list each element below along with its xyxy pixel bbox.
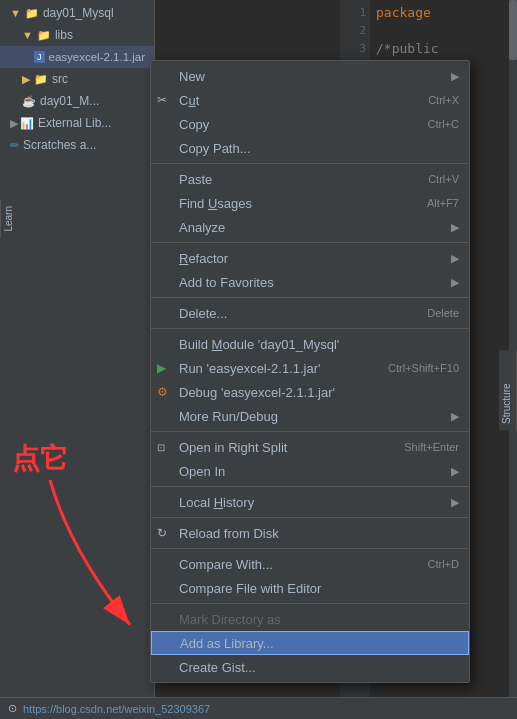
menu-label-copy: Copy	[179, 117, 408, 132]
tree-item-label: easyexcel-2.1.1.jar	[49, 51, 146, 63]
folder-icon: 📁	[25, 7, 39, 20]
tree-item-libs[interactable]: ▼ 📁 libs	[0, 24, 154, 46]
chevron-right-icon: ▶	[10, 117, 18, 130]
separator-8	[151, 548, 469, 549]
menu-shortcut-open-right-split: Shift+Enter	[404, 441, 459, 453]
menu-item-open-in[interactable]: Open In ▶	[151, 459, 469, 483]
line-num-3: 3	[340, 40, 370, 58]
submenu-arrow-favorites: ▶	[451, 276, 459, 289]
menu-label-new: New	[179, 69, 451, 84]
menu-shortcut-cut: Ctrl+X	[428, 94, 459, 106]
submenu-arrow-local-history: ▶	[451, 496, 459, 509]
menu-label-copy-path: Copy Path...	[179, 141, 459, 156]
separator-9	[151, 603, 469, 604]
code-comment: /*public	[376, 41, 439, 56]
menu-label-run: Run 'easyexcel-2.1.1.jar'	[179, 361, 368, 376]
jar-icon: J	[34, 51, 45, 63]
menu-item-compare-editor[interactable]: Compare File with Editor	[151, 576, 469, 600]
menu-label-analyze: Analyze	[179, 220, 451, 235]
separator-7	[151, 517, 469, 518]
tree-item-label: src	[52, 72, 68, 86]
line-num-1: 1	[340, 4, 370, 22]
menu-item-debug[interactable]: ⚙ Debug 'easyexcel-2.1.1.jar'	[151, 380, 469, 404]
menu-item-compare-with[interactable]: Compare With... Ctrl+D	[151, 552, 469, 576]
menu-label-open-in: Open In	[179, 464, 451, 479]
submenu-arrow-refactor: ▶	[451, 252, 459, 265]
menu-item-copy[interactable]: Copy Ctrl+C	[151, 112, 469, 136]
menu-item-local-history[interactable]: Local History ▶	[151, 490, 469, 514]
menu-item-delete[interactable]: Delete... Delete	[151, 301, 469, 325]
menu-label-create-gist: Create Gist...	[179, 660, 459, 675]
menu-shortcut-compare-with: Ctrl+D	[428, 558, 459, 570]
tree-item-src[interactable]: ▶ 📁 src	[0, 68, 154, 90]
menu-item-mark-directory[interactable]: Mark Directory as	[151, 607, 469, 631]
tree-item-easyexcel-jar[interactable]: J easyexcel-2.1.1.jar	[0, 46, 154, 68]
external-lib-icon: 📊	[20, 117, 34, 130]
scratches-icon: ✏	[10, 139, 19, 152]
menu-label-paste: Paste	[179, 172, 408, 187]
menu-item-reload[interactable]: ↻ Reload from Disk	[151, 521, 469, 545]
tree-item-external-lib[interactable]: ▶ 📊 External Lib...	[0, 112, 154, 134]
sidebar-tab-structure[interactable]: Structure	[499, 350, 517, 430]
context-menu: New ▶ ✂ Cut Ctrl+X Copy Ctrl+C Copy Path…	[150, 60, 470, 683]
menu-item-copy-path[interactable]: Copy Path...	[151, 136, 469, 160]
menu-label-find-usages: Find Usages	[179, 196, 407, 211]
cut-icon: ✂	[157, 93, 167, 107]
separator-4	[151, 328, 469, 329]
menu-label-add-to-favorites: Add to Favorites	[179, 275, 451, 290]
menu-label-build-module: Build Module 'day01_Mysql'	[179, 337, 459, 352]
github-icon: ⊙	[8, 702, 17, 715]
menu-label-mark-directory: Mark Directory as	[179, 612, 459, 627]
menu-shortcut-find-usages: Alt+F7	[427, 197, 459, 209]
separator-2	[151, 242, 469, 243]
learn-tab-label: Learn	[3, 206, 14, 232]
menu-item-paste[interactable]: Paste Ctrl+V	[151, 167, 469, 191]
scrollbar-thumb[interactable]	[509, 0, 517, 60]
tree-item-label: day01_Mysql	[43, 6, 114, 20]
bottom-bar: ⊙ https://blog.csdn.net/weixin_52309367	[0, 697, 517, 719]
menu-item-cut[interactable]: ✂ Cut Ctrl+X	[151, 88, 469, 112]
tree-item-day01mysql[interactable]: ▼ 📁 day01_Mysql	[0, 2, 154, 24]
code-line-3: /*public	[376, 40, 517, 58]
tree-item-label: Scratches a...	[23, 138, 96, 152]
menu-label-cut: Cut	[179, 93, 408, 108]
annotation-arrow	[30, 470, 160, 640]
sidebar-tab-learn[interactable]: Learn	[0, 200, 18, 238]
menu-item-more-run[interactable]: More Run/Debug ▶	[151, 404, 469, 428]
menu-shortcut-delete: Delete	[427, 307, 459, 319]
menu-item-add-library[interactable]: Add as Library...	[151, 631, 469, 655]
menu-item-open-right-split[interactable]: ⊡ Open in Right Split Shift+Enter	[151, 435, 469, 459]
menu-item-find-usages[interactable]: Find Usages Alt+F7	[151, 191, 469, 215]
tree-item-day01-java[interactable]: ☕ day01_M...	[0, 90, 154, 112]
menu-item-analyze[interactable]: Analyze ▶	[151, 215, 469, 239]
menu-item-add-to-favorites[interactable]: Add to Favorites ▶	[151, 270, 469, 294]
tree-item-label: libs	[55, 28, 73, 42]
menu-shortcut-copy: Ctrl+C	[428, 118, 459, 130]
menu-label-compare-editor: Compare File with Editor	[179, 581, 459, 596]
menu-item-new[interactable]: New ▶	[151, 64, 469, 88]
menu-label-open-right-split: Open in Right Split	[179, 440, 384, 455]
chevron-down-icon: ▼	[10, 7, 21, 19]
java-icon: ☕	[22, 95, 36, 108]
menu-label-debug: Debug 'easyexcel-2.1.1.jar'	[179, 385, 459, 400]
chevron-down-icon: ▼	[22, 29, 33, 41]
menu-label-local-history: Local History	[179, 495, 451, 510]
menu-label-compare-with: Compare With...	[179, 557, 408, 572]
menu-label-add-library: Add as Library...	[180, 636, 458, 651]
tree-item-scratches[interactable]: ✏ Scratches a...	[0, 134, 154, 156]
folder-icon: 📁	[34, 73, 48, 86]
submenu-arrow-analyze: ▶	[451, 221, 459, 234]
structure-tab-label: Structure	[501, 383, 512, 424]
menu-shortcut-paste: Ctrl+V	[428, 173, 459, 185]
separator-6	[151, 486, 469, 487]
folder-icon: 📁	[37, 29, 51, 42]
tree-item-label: day01_M...	[40, 94, 99, 108]
menu-item-run[interactable]: ▶ Run 'easyexcel-2.1.1.jar' Ctrl+Shift+F…	[151, 356, 469, 380]
menu-item-build-module[interactable]: Build Module 'day01_Mysql'	[151, 332, 469, 356]
bottom-url[interactable]: https://blog.csdn.net/weixin_52309367	[23, 703, 210, 715]
submenu-arrow-more-run: ▶	[451, 410, 459, 423]
menu-item-refactor[interactable]: Refactor ▶	[151, 246, 469, 270]
debug-icon: ⚙	[157, 385, 168, 399]
menu-item-create-gist[interactable]: Create Gist...	[151, 655, 469, 679]
separator-3	[151, 297, 469, 298]
